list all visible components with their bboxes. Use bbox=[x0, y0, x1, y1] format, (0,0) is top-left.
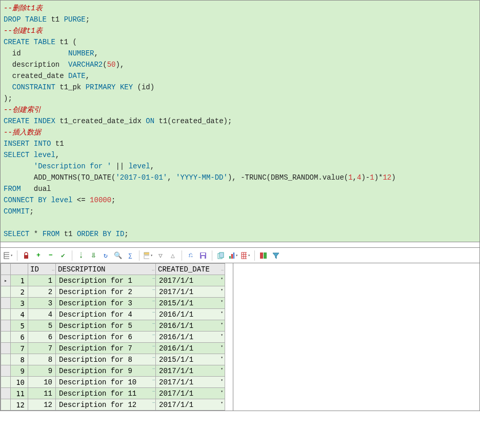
export-grid-icon[interactable] bbox=[241, 251, 250, 260]
filter-icon[interactable] bbox=[271, 251, 281, 260]
row-indicator bbox=[1, 343, 11, 354]
sort-icon: … bbox=[221, 267, 224, 271]
cell-id[interactable]: 12 bbox=[28, 399, 56, 411]
cell-created-date[interactable]: 2016/1/1▾ bbox=[156, 320, 225, 332]
save-icon[interactable] bbox=[198, 251, 208, 260]
cell-created-date[interactable]: 2015/1/1▾ bbox=[156, 354, 225, 365]
cell-description[interactable]: Description for 3⋯ bbox=[56, 298, 156, 309]
table-row[interactable]: 1010Description for 10⋯2017/1/1▾ bbox=[1, 377, 225, 388]
sql-icon[interactable] bbox=[259, 251, 268, 260]
table-row[interactable]: 55Description for 5⋯2016/1/1▾ bbox=[1, 320, 225, 332]
table-row[interactable]: 88Description for 8⋯2015/1/1▾ bbox=[1, 354, 225, 365]
cell-id[interactable]: 8 bbox=[28, 354, 56, 365]
find-icon[interactable]: 🔍 bbox=[113, 251, 123, 260]
comment: --创建t1表 bbox=[4, 27, 43, 35]
row-number: 2 bbox=[11, 286, 28, 298]
view-mode-button[interactable] bbox=[144, 251, 153, 260]
cell-description[interactable]: Description for 11⋯ bbox=[56, 388, 156, 399]
collapse-icon[interactable]: ▽ bbox=[156, 251, 165, 260]
results-grid[interactable]: ID… DESCRIPTION… CREATED_DATE… ▸11Descri… bbox=[0, 263, 233, 411]
column-header-created-date[interactable]: CREATED_DATE… bbox=[156, 264, 225, 275]
svg-rect-13 bbox=[233, 252, 234, 259]
row-number: 10 bbox=[11, 377, 28, 388]
cell-description[interactable]: Description for 2⋯ bbox=[56, 286, 156, 298]
ellipsis-icon: ⋯ bbox=[152, 400, 154, 405]
cell-description[interactable]: Description for 8⋯ bbox=[56, 354, 156, 365]
cell-id[interactable]: 11 bbox=[28, 388, 56, 399]
table-row[interactable]: 1212Description for 12⋯2017/1/1▾ bbox=[1, 399, 225, 411]
cell-description[interactable]: Description for 4⋯ bbox=[56, 309, 156, 320]
add-row-icon[interactable]: + bbox=[34, 251, 43, 260]
cell-created-date[interactable]: 2017/1/1▾ bbox=[156, 365, 225, 377]
cell-created-date[interactable]: 2017/1/1▾ bbox=[156, 388, 225, 399]
cell-description[interactable]: Description for 12⋯ bbox=[56, 399, 156, 411]
ellipsis-icon: ⋯ bbox=[152, 310, 154, 315]
cell-description[interactable]: Description for 9⋯ bbox=[56, 365, 156, 377]
dropdown-icon: ▾ bbox=[221, 366, 223, 371]
table-row[interactable]: 1111Description for 11⋯2017/1/1▾ bbox=[1, 388, 225, 399]
cell-description[interactable]: Description for 7⋯ bbox=[56, 343, 156, 354]
svg-rect-12 bbox=[231, 254, 233, 259]
cell-id[interactable]: 10 bbox=[28, 377, 56, 388]
copy-icon[interactable] bbox=[216, 251, 226, 260]
row-number: 12 bbox=[11, 399, 28, 411]
table-row[interactable]: 99Description for 9⋯2017/1/1▾ bbox=[1, 365, 225, 377]
cell-id[interactable]: 7 bbox=[28, 343, 56, 354]
cell-description[interactable]: Description for 10⋯ bbox=[56, 377, 156, 388]
cell-id[interactable]: 5 bbox=[28, 320, 56, 332]
cell-id[interactable]: 9 bbox=[28, 365, 56, 377]
cell-created-date[interactable]: 2016/1/1▾ bbox=[156, 343, 225, 354]
sort-icon: … bbox=[152, 267, 154, 271]
lock-icon[interactable] bbox=[22, 251, 31, 260]
cell-created-date[interactable]: 2017/1/1▾ bbox=[156, 286, 225, 298]
cell-id[interactable]: 3 bbox=[28, 298, 56, 309]
table-row[interactable]: 66Description for 6⋯2016/1/1▾ bbox=[1, 332, 225, 343]
sql-editor[interactable]: --删除t1表 DROP TABLE t1 PURGE; --创建t1表 CRE… bbox=[0, 0, 480, 242]
count-icon[interactable]: ∑ bbox=[126, 251, 135, 260]
ellipsis-icon: ⋯ bbox=[152, 389, 154, 394]
table-row[interactable]: 22Description for 2⋯2017/1/1▾ bbox=[1, 286, 225, 298]
row-number: 7 bbox=[11, 343, 28, 354]
table-row[interactable]: 77Description for 7⋯2016/1/1▾ bbox=[1, 343, 225, 354]
grid-options-button[interactable] bbox=[4, 251, 13, 260]
table-row[interactable]: 33Description for 3⋯2015/1/1▾ bbox=[1, 298, 225, 309]
cell-description[interactable]: Description for 6⋯ bbox=[56, 332, 156, 343]
row-indicator bbox=[1, 298, 11, 309]
link-icon[interactable]: ⎌ bbox=[186, 251, 195, 260]
cell-description[interactable]: Description for 1⋯ bbox=[56, 275, 156, 286]
cell-id[interactable]: 2 bbox=[28, 286, 56, 298]
row-number: 6 bbox=[11, 332, 28, 343]
cell-created-date[interactable]: 2015/1/1▾ bbox=[156, 298, 225, 309]
ellipsis-icon: ⋯ bbox=[152, 378, 154, 382]
fetch-down-icon[interactable]: ⭭ bbox=[76, 251, 86, 260]
cell-created-date[interactable]: 2017/1/1▾ bbox=[156, 377, 225, 388]
ellipsis-icon: ⋯ bbox=[152, 321, 154, 326]
expand-icon[interactable]: △ bbox=[168, 251, 177, 260]
commit-icon[interactable]: ✔ bbox=[58, 251, 68, 260]
cell-created-date[interactable]: 2016/1/1▾ bbox=[156, 309, 225, 320]
column-header-description[interactable]: DESCRIPTION… bbox=[56, 264, 156, 275]
pane-splitter[interactable] bbox=[0, 242, 480, 247]
cell-id[interactable]: 6 bbox=[28, 332, 56, 343]
cell-description[interactable]: Description for 5⋯ bbox=[56, 320, 156, 332]
dropdown-icon: ▾ bbox=[221, 355, 223, 360]
row-indicator bbox=[1, 365, 11, 377]
cell-created-date[interactable]: 2016/1/1▾ bbox=[156, 332, 225, 343]
table-row[interactable]: 44Description for 4⋯2016/1/1▾ bbox=[1, 309, 225, 320]
cell-id[interactable]: 1 bbox=[28, 275, 56, 286]
svg-rect-11 bbox=[229, 256, 231, 259]
table-row[interactable]: ▸11Description for 1⋯2017/1/1▾ bbox=[1, 275, 225, 286]
row-indicator bbox=[1, 320, 11, 332]
fetch-all-icon[interactable]: ⥥ bbox=[89, 251, 98, 260]
dropdown-icon: ▾ bbox=[221, 389, 223, 394]
row-number: 11 bbox=[11, 388, 28, 399]
refresh-icon[interactable]: ↻ bbox=[101, 251, 110, 260]
cell-id[interactable]: 4 bbox=[28, 309, 56, 320]
column-header-id[interactable]: ID… bbox=[28, 264, 56, 275]
chart-icon[interactable] bbox=[229, 251, 238, 260]
cell-created-date[interactable]: 2017/1/1▾ bbox=[156, 275, 225, 286]
row-number: 9 bbox=[11, 365, 28, 377]
delete-row-icon[interactable]: − bbox=[46, 251, 55, 260]
cell-created-date[interactable]: 2017/1/1▾ bbox=[156, 399, 225, 411]
dropdown-icon: ▾ bbox=[221, 333, 223, 337]
